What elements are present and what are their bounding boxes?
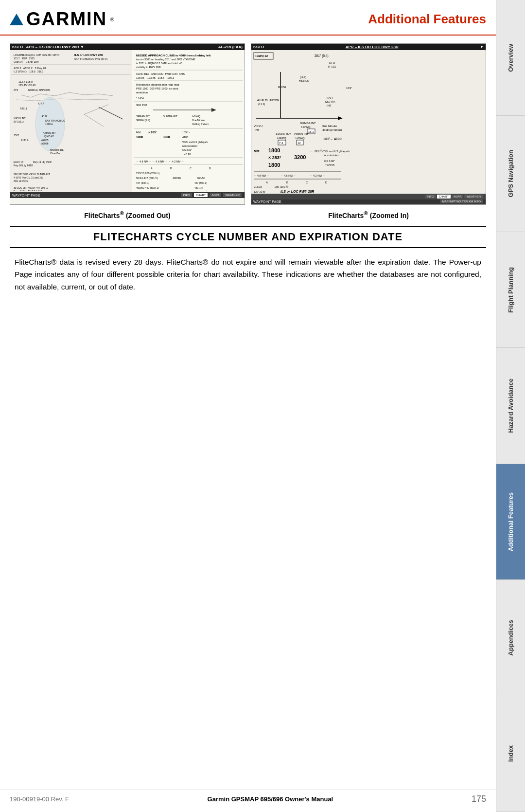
svg-text:D: D <box>209 167 211 170</box>
svg-text:One Minute: One Minute <box>192 119 205 122</box>
svg-text:1138 A: 1138 A <box>21 139 29 142</box>
svg-text:1800: 1800 <box>136 135 143 139</box>
svg-text:213/18: 213/18 <box>254 185 262 188</box>
svg-text:A-SFO Rwy 11, 10 and 10L: A-SFO Rwy 11, 10 and 10L <box>14 176 43 179</box>
svg-text:SFR 2338: SFR 2338 <box>136 104 147 107</box>
sidebar-item-index[interactable]: Index <box>496 696 525 812</box>
page-number: 175 <box>472 794 486 804</box>
svg-text:B: B <box>170 167 172 170</box>
svg-text:1568 A: 1568 A <box>45 123 53 126</box>
svg-text:If clearance obtained prior re: If clearance obtained prior reqd reqd <box>136 83 179 86</box>
sidebar-item-appendices[interactable]: Appendices <box>496 580 525 696</box>
svg-text:SFRAN (7.4): SFRAN (7.4) <box>136 119 150 122</box>
svg-text:× 283°: × 283° <box>268 155 281 160</box>
svg-text:A2055: A2055 <box>41 139 49 142</box>
svg-text:not coincident: not coincident <box>182 144 197 147</box>
svg-text:← 4.6 NM →: ← 4.6 NM → <box>280 174 296 177</box>
svg-text:103°→: 103°→ <box>323 137 333 141</box>
svg-text:restriction.: restriction. <box>136 91 149 94</box>
svg-text:MISSED APPROACH CLIMB to 4600 : MISSED APPROACH CLIMB to 4600 then climb… <box>136 54 210 57</box>
svg-text:MM: MM <box>254 149 260 153</box>
svg-text:ILS SFD (ℂ):   108.5   338.3: ILS SFD (ℂ): 108.5 338.3 <box>14 70 44 73</box>
svg-text:SFO: SFO <box>329 61 335 64</box>
sidebar-item-hazard-avoidance[interactable]: Hazard Avoidance <box>496 348 525 464</box>
svg-text:4100 to Dumba: 4100 to Dumba <box>257 98 279 102</box>
svg-text:VGSI and ILS glidepath: VGSI and ILS glidepath <box>322 150 350 153</box>
sidebar-item-flight-planning[interactable]: Flight Planning <box>496 232 525 348</box>
svg-text:(11.1): (11.1) <box>258 103 265 106</box>
svg-text:50/24 447 (500-½): 50/24 447 (500-½) <box>136 177 158 180</box>
svg-text:460/40: 460/40 <box>173 177 181 180</box>
footer-product-name: Garmin GPSMAP 695/696 Owner's Manual <box>208 795 333 803</box>
caption-left: FliteCharts® (Zoomed Out) <box>10 210 245 220</box>
sidebar-label-overview: Overview <box>507 44 514 72</box>
svg-text:4100: 4100 <box>334 137 342 141</box>
svg-text:12: 12 <box>298 142 301 144</box>
svg-text:MENLO: MENLO <box>299 79 310 82</box>
content-area: KSFO APR – ILS OR LOC RWY 28R ▼ AL-215 (… <box>0 36 496 301</box>
svg-text:113.7 115.0: 113.7 115.0 <box>18 80 33 83</box>
svg-text:I-GWQ: I-GWQ <box>192 115 201 118</box>
svg-text:3200: 3200 <box>163 135 170 139</box>
svg-text:A: A <box>151 167 153 170</box>
svg-text:4100: 4100 <box>182 136 188 139</box>
right-sidebar: Overview GPS Navigation Flight Planning … <box>496 0 525 812</box>
chart-text-right: MISSED APPROACH CLIMB to 4600 then climb… <box>132 50 245 192</box>
svg-text:1800: 1800 <box>268 147 280 153</box>
svg-text:SAN FRANCISCO: SAN FRANCISCO <box>45 119 65 122</box>
svg-text:R-056: R-056 <box>278 86 286 89</box>
chart-svg-left: LOC/DME ICGQ/12 APP CRS 281°11570 115.7 … <box>11 51 131 191</box>
sidebar-item-gps-nav[interactable]: GPS Navigation <box>496 116 525 232</box>
page-header: GARMIN ® Additional Features <box>0 0 496 36</box>
sidebar-label-additional-features: Additional Features <box>507 492 514 551</box>
svg-text:A: A <box>266 181 268 184</box>
chart-map-left: LOC/DME ICGQ/12 APP CRS 281°11570 115.7 … <box>10 50 132 192</box>
sidebar-item-overview[interactable]: Overview <box>496 0 525 116</box>
svg-text:LOC/DME ICGQ/12  APP CRS 281°1: LOC/DME ICGQ/12 APP CRS 281°11570 <box>14 54 59 56</box>
svg-text:Holding Pattern: Holding Pattern <box>192 123 209 126</box>
sidebar-label-flight-planning: Flight Planning <box>507 267 514 313</box>
svg-text:INT: INT <box>255 128 260 131</box>
svg-text:× 283°: × 283° <box>148 131 157 134</box>
svg-text:C: C <box>306 181 308 184</box>
svg-text:R-101: R-101 <box>328 65 336 68</box>
svg-text:460/50 447 (500-1): 460/50 447 (500-1) <box>136 186 159 189</box>
svg-text:ILS or LOC RWY 28R: ILS or LOC RWY 28R <box>280 190 314 193</box>
svg-text:not coincident: not coincident <box>323 154 339 157</box>
svg-text:128.05    123.85   118.8    13: 128.05 123.85 118.8 135.1 <box>136 76 174 79</box>
garmin-wordmark: GARMIN <box>26 9 107 30</box>
svg-text:200 300 SFO VIKYU DUMBA INT: 200 300 SFO VIKYU DUMBA INT <box>14 173 50 176</box>
page-title: Additional Features <box>368 12 486 27</box>
svg-line-21 <box>84 105 108 114</box>
svg-text:CEPIN INT: CEPIN INT <box>294 133 309 136</box>
svg-text:DUMBA INT: DUMBA INT <box>163 115 178 118</box>
svg-text:ELEV 13: ELEV 13 <box>14 161 23 163</box>
svg-text:A2026: A2026 <box>41 142 49 145</box>
chart-zoomed-out: KSFO APR – ILS OR LOC RWY 28R ▼ AL-215 (… <box>10 43 245 205</box>
chart-captions: FliteCharts® (Zoomed Out) FliteCharts® (… <box>10 210 486 220</box>
svg-text:WOODSIDE: WOODSIDE <box>50 148 64 151</box>
svg-text:460-1½: 460-1½ <box>194 186 203 189</box>
svg-text:7.4: 7.4 <box>279 142 283 144</box>
svg-text:B: B <box>286 181 288 184</box>
svg-text:I-GWQ: I-GWQ <box>277 137 286 140</box>
svg-text:Chan Bw: Chan Bw <box>50 152 60 155</box>
chart-zoomed-in-image: KSFO APR – ILS OR LOC RWY 28R ▼ I-GWQ 12… <box>251 44 486 204</box>
svg-text:VIKYU INT: VIKYU INT <box>14 117 25 120</box>
svg-text:I-GWQ: I-GWQ <box>301 126 311 128</box>
page-footer: 190-00919-00 Rev. F Garmin GPSMAP 695/69… <box>0 790 496 804</box>
chart-tabs-left: INFO CHART AOPA WEATHER <box>181 193 243 197</box>
sidebar-item-additional-features[interactable]: Additional Features <box>496 464 525 580</box>
body-text: FliteCharts® data is revised every 28 da… <box>10 256 486 293</box>
svg-text:AXMUL INT: AXMUL INT <box>43 131 55 134</box>
svg-text:447 (500-1): 447 (500-1) <box>194 181 207 184</box>
charts-row: KSFO APR – ILS OR LOC RWY 28R ▼ AL-215 (… <box>10 43 486 205</box>
svg-text:← 283°: ← 283° <box>310 149 322 153</box>
charts-section: KSFO APR – ILS OR LOC RWY 28R ▼ AL-215 (… <box>10 43 486 220</box>
svg-text:477.A: 477.A <box>38 102 45 105</box>
svg-text:← 4.8 NM →  ← 4.6 NM →  ← 4.2 : ← 4.8 NM → ← 4.6 NM → ← 4.2 NM → <box>136 160 184 163</box>
svg-text:115.7   IELP   1525: 115.7 IELP 1525 <box>14 57 35 60</box>
svg-text:(IAF): (IAF) <box>327 96 333 99</box>
svg-text:← 4.8 NM →: ← 4.8 NM → <box>254 174 269 177</box>
svg-text:122°22'W: 122°22'W <box>254 190 266 193</box>
